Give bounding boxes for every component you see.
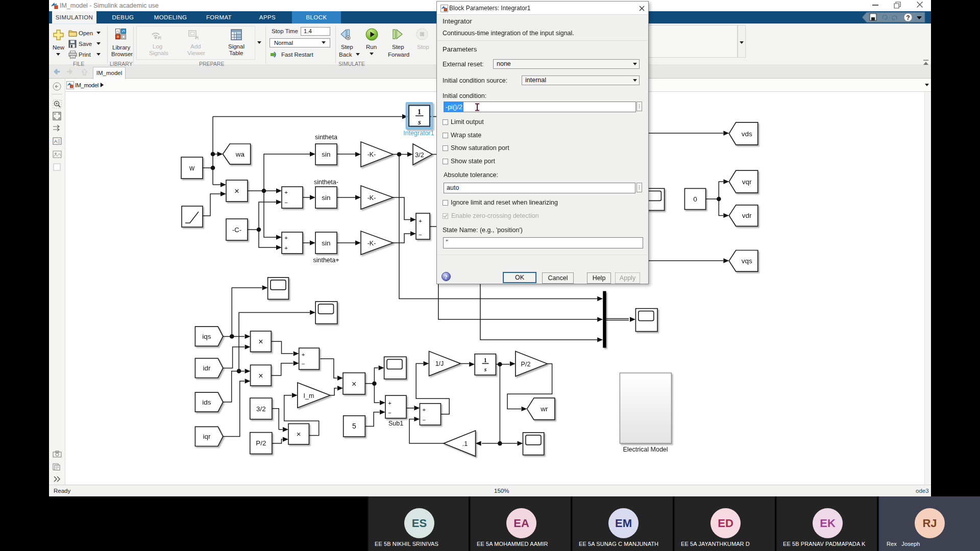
svg-text:P/2: P/2 bbox=[256, 439, 266, 447]
svg-text:idr: idr bbox=[203, 364, 211, 372]
svg-text:+: + bbox=[302, 352, 305, 358]
svg-text:×: × bbox=[352, 380, 356, 388]
svg-text:?: ? bbox=[445, 273, 448, 281]
svg-text:−: − bbox=[423, 417, 426, 423]
svg-text:Integrator1: Integrator1 bbox=[403, 130, 434, 137]
svg-text:+: + bbox=[284, 189, 288, 195]
svg-text:1/J: 1/J bbox=[435, 360, 444, 367]
svg-text:-K-: -K- bbox=[368, 240, 376, 247]
svg-text:P/2: P/2 bbox=[521, 361, 531, 368]
svg-text:×: × bbox=[234, 186, 239, 196]
svg-text:sintheta+: sintheta+ bbox=[313, 257, 339, 264]
svg-text:s: s bbox=[418, 118, 421, 126]
svg-text:−: − bbox=[388, 410, 391, 416]
svg-text:1: 1 bbox=[418, 108, 422, 116]
svg-text:×: × bbox=[297, 430, 301, 438]
svg-text:.1: .1 bbox=[462, 440, 468, 447]
svg-text:ids: ids bbox=[202, 398, 211, 406]
svg-text:?: ? bbox=[906, 14, 910, 21]
svg-text:−: − bbox=[302, 361, 305, 367]
svg-text:vds: vds bbox=[742, 130, 752, 138]
svg-text:×: × bbox=[258, 337, 263, 346]
svg-text:I_m: I_m bbox=[304, 392, 314, 399]
svg-text:s: s bbox=[484, 366, 487, 373]
svg-text:sin: sin bbox=[322, 194, 330, 202]
svg-text:w: w bbox=[189, 164, 195, 172]
svg-text:wa: wa bbox=[235, 151, 245, 158]
svg-text:iqs: iqs bbox=[202, 333, 211, 340]
svg-text:Sub1: Sub1 bbox=[388, 420, 403, 427]
svg-text:vqr: vqr bbox=[742, 178, 752, 186]
svg-text:wr: wr bbox=[540, 405, 548, 413]
svg-text:-K-: -K- bbox=[368, 194, 376, 202]
svg-text:5: 5 bbox=[352, 422, 356, 430]
svg-text:vqs: vqs bbox=[742, 257, 752, 265]
svg-text:−: − bbox=[284, 199, 288, 206]
svg-text:+: + bbox=[423, 407, 426, 413]
svg-text:sin: sin bbox=[322, 239, 330, 247]
svg-text:+: + bbox=[388, 400, 391, 406]
svg-text:3/2: 3/2 bbox=[256, 405, 266, 413]
svg-text:+: + bbox=[419, 218, 422, 224]
svg-text:sintheta-: sintheta- bbox=[314, 179, 338, 186]
svg-text:Electrical Model: Electrical Model bbox=[623, 446, 668, 453]
svg-text:sin: sin bbox=[322, 151, 330, 158]
svg-text:0: 0 bbox=[693, 195, 697, 203]
svg-text:+: + bbox=[284, 235, 288, 241]
svg-text:-C-: -C- bbox=[232, 226, 241, 234]
svg-text:+: + bbox=[284, 245, 288, 251]
svg-text:iqr: iqr bbox=[203, 433, 211, 440]
svg-text:−: − bbox=[419, 232, 422, 238]
svg-text:1: 1 bbox=[484, 357, 487, 364]
svg-text:A: A bbox=[54, 139, 57, 144]
svg-text:×: × bbox=[258, 371, 263, 380]
svg-text:-K-: -K- bbox=[368, 151, 376, 158]
svg-text:sintheta: sintheta bbox=[315, 134, 337, 141]
svg-text:vdr: vdr bbox=[742, 212, 752, 219]
svg-text:3/2: 3/2 bbox=[415, 152, 424, 159]
